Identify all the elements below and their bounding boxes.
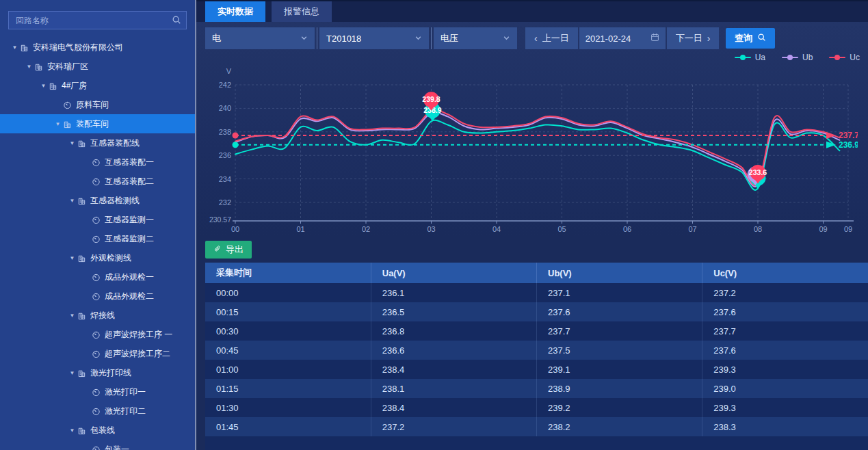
building-icon [77, 369, 90, 378]
building-icon [77, 426, 90, 435]
tree-node[interactable]: 激光打印二 [0, 401, 195, 421]
table-row[interactable]: 01:00238.4239.1239.3 [205, 360, 868, 379]
legend-item-ub[interactable]: Ub [782, 53, 813, 62]
caret-down-icon[interactable]: ▼ [67, 198, 77, 204]
caret-down-icon[interactable]: ▼ [53, 121, 63, 127]
legend-item-uc[interactable]: Uc [829, 53, 860, 62]
tree-node-label: 成品外观检一 [105, 272, 154, 283]
tree-node[interactable]: 成品外观检一 [0, 267, 195, 287]
caret-down-icon[interactable]: ▼ [67, 255, 77, 261]
tree-node[interactable]: ▼外观检测线 [0, 248, 195, 267]
building-icon [77, 311, 90, 320]
tree-node[interactable]: ▼安科瑞电气股份有限公司 [0, 38, 195, 57]
svg-text:06: 06 [623, 225, 631, 233]
tab-realtime-data[interactable]: 实时数据 [205, 1, 265, 22]
tree-node[interactable]: 超声波焊接工序二 [0, 344, 195, 363]
tree-node-label: 原料车间 [76, 99, 109, 111]
table-cell: 237.7 [537, 321, 702, 341]
search-icon[interactable] [172, 15, 181, 27]
building-icon [77, 196, 90, 205]
tree-node[interactable]: 包装一 [0, 440, 195, 450]
tree-node[interactable]: ▼包装线 [0, 421, 195, 440]
parameter-select[interactable]: 电压 [434, 27, 517, 49]
caret-down-icon[interactable]: ▼ [38, 83, 49, 89]
table-cell: 237.6 [537, 302, 702, 321]
table-cell: 237.1 [537, 283, 702, 302]
gauge-icon [92, 349, 105, 358]
tree-node[interactable]: ▼焊接线 [0, 306, 195, 325]
table-cell: 239.3 [702, 360, 868, 379]
table-row[interactable]: 00:30236.8237.7237.7 [205, 321, 868, 341]
table-cell: 01:45 [205, 417, 371, 436]
table-row[interactable]: 00:45236.6237.5237.6 [205, 341, 868, 360]
table-cell: 239.3 [702, 398, 868, 417]
prev-day-button[interactable]: ‹ 上一日 [525, 27, 578, 49]
tree-node[interactable]: 激光打印一 [0, 382, 195, 401]
date-picker[interactable]: 2021-02-24 [579, 27, 666, 49]
tree-node[interactable]: ▼安科瑞厂区 [0, 57, 195, 76]
table-cell: 01:15 [205, 379, 371, 398]
search-input[interactable] [8, 11, 187, 29]
export-button[interactable]: 导出 [205, 241, 252, 259]
table-row[interactable]: 00:00236.1237.1237.2 [205, 283, 868, 302]
table-cell: 238.2 [537, 417, 702, 436]
svg-text:05: 05 [557, 225, 566, 233]
table-cell: 238.3 [702, 417, 868, 436]
tree-node[interactable]: ▼4#厂房 [0, 76, 195, 95]
tree-node[interactable]: 互感器监测一 [0, 210, 195, 229]
svg-text:09: 09 [819, 225, 827, 233]
tree-node-label: 激光打印二 [105, 406, 146, 417]
caret-down-icon[interactable]: ▼ [24, 64, 34, 70]
table-row[interactable]: 00:15236.5237.6237.6 [205, 302, 868, 321]
svg-text:01: 01 [296, 225, 304, 233]
chart-section: 电 T201018 电压 ‹ 上一日 [196, 22, 868, 237]
caret-down-icon[interactable]: ▼ [10, 44, 20, 51]
caret-down-icon[interactable]: ▼ [67, 370, 77, 376]
caret-down-icon[interactable]: ▼ [67, 140, 77, 146]
tree-node[interactable]: ▼互感器检测线 [0, 191, 195, 210]
tree-node[interactable]: 互感器监测二 [0, 229, 195, 248]
main-panel: 实时数据 报警信息 电 T201018 电压 [196, 0, 868, 450]
query-button[interactable]: 查询 [726, 28, 775, 49]
building-icon [34, 62, 47, 71]
tab-alarm-info[interactable]: 报警信息 [272, 1, 332, 22]
energy-type-select[interactable]: 电 [205, 27, 315, 49]
next-day-button[interactable]: 下一日 › [667, 27, 720, 49]
reference-value-label: 236.9 [839, 140, 858, 150]
tree-node[interactable]: 原料车间 [0, 95, 195, 114]
gauge-icon [92, 177, 105, 186]
tree-node-label: 包装线 [90, 425, 115, 436]
svg-text:242: 242 [219, 81, 231, 89]
table-cell: 01:30 [205, 398, 371, 417]
tree-node[interactable]: 超声波焊接工序 一 [0, 325, 195, 344]
device-tree: ▼安科瑞电气股份有限公司▼安科瑞厂区▼4#厂房原料车间▼装配车间▼互感器装配线互… [0, 38, 195, 450]
tree-node[interactable]: ▼互感器装配线 [0, 133, 195, 153]
caret-down-icon[interactable]: ▼ [67, 427, 77, 434]
tree-node-label: 激光打印线 [90, 367, 131, 379]
building-icon [77, 139, 90, 148]
building-icon [63, 120, 76, 129]
date-value: 2021-02-24 [586, 34, 631, 44]
legend-item-ua[interactable]: Ua [735, 53, 765, 62]
date-nav: ‹ 上一日 2021-02-24 下一日 › [525, 27, 719, 49]
table-header: Ua(V) [371, 263, 536, 283]
caret-down-icon[interactable]: ▼ [67, 313, 77, 319]
table-row[interactable]: 01:15238.1238.9239.0 [205, 379, 868, 398]
building-icon [49, 81, 62, 90]
chevron-left-icon: ‹ [534, 33, 538, 44]
table-row[interactable]: 01:45237.2238.2238.3 [205, 417, 868, 436]
tree-node-label: 互感器监测一 [105, 214, 154, 226]
table-section: 导出 采集时间Ua(V)Ub(V)Uc(V) 00:00236.1237.123… [196, 237, 868, 450]
device-select[interactable]: T201018 [319, 27, 429, 49]
table-row[interactable]: 01:30238.4239.2239.3 [205, 398, 868, 417]
legend-label: Ua [755, 53, 765, 62]
device-value: T201018 [326, 34, 361, 44]
tree-node[interactable]: 互感器装配二 [0, 172, 195, 191]
tree-node[interactable]: ▼装配车间 [0, 114, 195, 133]
tree-node[interactable]: 成品外观检二 [0, 287, 195, 306]
tree-node[interactable]: 互感器装配一 [0, 153, 195, 172]
tree-node-label: 超声波焊接工序 一 [105, 329, 172, 341]
table-cell: 00:00 [205, 283, 371, 302]
tree-node[interactable]: ▼激光打印线 [0, 363, 195, 382]
table-cell: 239.1 [537, 360, 702, 379]
